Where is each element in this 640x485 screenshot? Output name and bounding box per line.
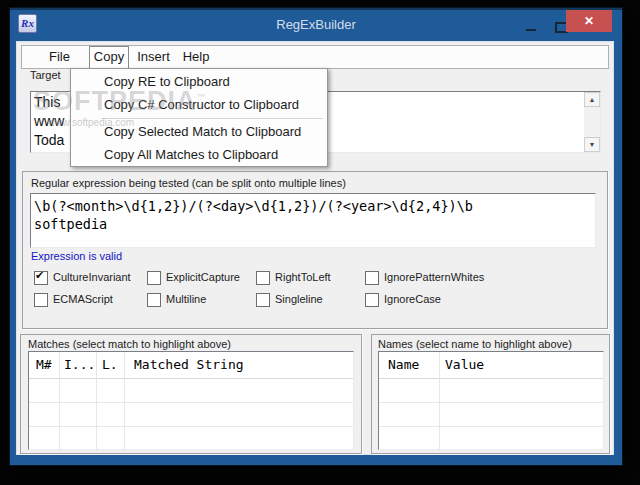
checkbox-ignorepatternwhites[interactable] [365,271,379,285]
checkbox-multiline[interactable] [147,293,161,307]
close-button[interactable]: ✕ [566,10,612,32]
regex-panel-label: Regular expression being tested (can be … [31,177,346,189]
column-matched-string[interactable]: Matched String [134,352,244,378]
menu-file[interactable]: File [41,46,78,68]
app-window: Rx RegExBuilder ✕ File Copy Insert Help … [10,8,622,465]
menu-help[interactable]: Help [177,46,215,68]
watermark-url: www.softpedia.com [48,117,134,128]
menu-copy[interactable]: Copy [89,46,129,70]
checkbox-singleline[interactable] [256,293,270,307]
minimize-icon [526,29,536,31]
checkbox-righttoleft-label: RightToLeft [275,271,331,283]
checkbox-ignorecase-label: IgnoreCase [384,293,441,305]
column-divider [59,352,60,449]
menu-bar: File Copy Insert Help [21,45,609,69]
checkbox-ecmascript-label: ECMAScript [53,293,113,305]
watermark-text: SOFTPEDIA™ [33,86,207,117]
matches-panel: Matches (select match to highlight above… [20,334,362,454]
names-header: Name Value [379,352,603,379]
column-name[interactable]: Name [388,352,419,378]
target-label: Target [30,69,61,81]
titlebar[interactable]: Rx RegExBuilder ✕ [10,8,622,42]
screenshot-canvas: Rx RegExBuilder ✕ File Copy Insert Help … [0,0,640,485]
matches-header: M# I... L. Matched String [29,352,353,379]
names-listview[interactable]: Name Value [378,351,604,450]
check-icon: ✔ [35,269,44,282]
names-panel-label: Names (select name to highlight above) [378,338,572,350]
checkbox-cultureinvariant[interactable]: ✔ [34,271,48,285]
matches-panel-label: Matches (select match to highlight above… [28,338,231,350]
column-divider [124,352,125,449]
expression-status: Expression is valid [31,250,122,262]
checkbox-cultureinvariant-label: CultureInvariant [53,271,131,283]
regex-textarea[interactable]: \b(?<month>\d{1,2})/(?<day>\d{1,2})/(?<y… [30,193,596,248]
names-panel: Names (select name to highlight above) N… [371,334,610,454]
column-length[interactable]: L. [102,352,118,378]
checkbox-righttoleft[interactable] [256,271,270,285]
regex-panel: Regular expression being tested (can be … [22,171,608,329]
menuitem-copy-all-matches[interactable]: Copy All Matches to Clipboard [72,143,356,166]
column-match-number[interactable]: M# [36,352,52,378]
matches-listview[interactable]: M# I... L. Matched String [28,351,354,450]
checkbox-explicitcapture-label: ExplicitCapture [166,271,240,283]
matches-rows[interactable] [29,379,353,449]
names-rows[interactable] [379,379,603,449]
checkbox-explicitcapture[interactable] [147,271,161,285]
column-index[interactable]: I... [64,352,95,378]
menu-insert[interactable]: Insert [130,46,177,68]
minimize-button[interactable] [520,16,542,36]
column-value[interactable]: Value [445,352,484,378]
menu-separator [101,118,323,119]
column-divider [96,352,97,449]
checkbox-multiline-label: Multiline [166,293,206,305]
checkbox-ecmascript[interactable] [34,293,48,307]
checkbox-ignorepatternwhites-label: IgnorePatternWhites [384,271,484,283]
column-divider [439,352,440,449]
target-scrollbar[interactable]: ▲ ▼ [584,92,600,152]
scroll-up-icon[interactable]: ▲ [584,92,600,107]
regex-text: \b(?<month>\d{1,2})/(?<day>\d{1,2})/(?<y… [34,197,592,246]
checkbox-singleline-label: Singleline [275,293,323,305]
checkbox-ignorecase[interactable] [365,293,379,307]
scroll-down-icon[interactable]: ▼ [584,137,600,152]
